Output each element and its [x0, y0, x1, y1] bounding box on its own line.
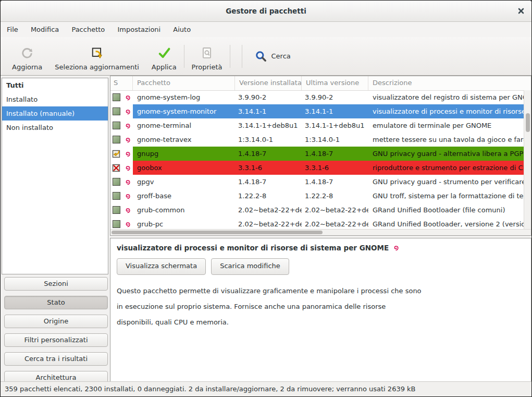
table-row[interactable]: grub-common 2.02~beta2-22+deb8u1 2.02~be… — [110, 203, 524, 217]
mark-upgrades-label: Seleziona aggiornamenti — [55, 63, 139, 71]
details-description: Questo pacchetto permette di visualizzar… — [117, 283, 422, 330]
toolbar-separator — [230, 45, 230, 68]
menu-impostazioni[interactable]: Impostazioni — [112, 22, 166, 37]
toolbar-separator — [242, 45, 242, 68]
sections-button[interactable]: Sezioni — [4, 277, 108, 291]
package-description: visualizzatore del registro di sistema p… — [368, 90, 524, 104]
toolbar-separator — [184, 45, 184, 68]
installed-version: 2.02~beta2-22+deb8u1 — [235, 203, 302, 217]
titlebar[interactable]: Gestore di pacchetti — [1, 1, 531, 22]
status-installed-icon — [113, 122, 120, 129]
synaptic-window: Gestore di pacchetti File Modifica Pacch… — [0, 0, 532, 397]
column-header-description[interactable]: Descrizione — [368, 76, 531, 90]
status-installed-icon — [113, 220, 120, 228]
search-results-button[interactable]: Cerca tra i risultati — [4, 352, 108, 366]
reload-button[interactable]: Aggiorna — [6, 42, 48, 71]
debian-swirl-icon — [392, 244, 400, 252]
installed-version: 3.9.90-2 — [235, 90, 302, 104]
status-button[interactable]: Stato — [4, 296, 108, 309]
search-label: Cerca — [271, 52, 291, 60]
search-icon — [255, 50, 267, 63]
status-reinstall-icon — [112, 150, 120, 158]
package-name: gnome-tetravex — [133, 133, 235, 147]
column-header-installed-version[interactable]: Versione installata — [235, 76, 302, 90]
installed-version: 1.4.18-7 — [235, 175, 302, 189]
custom-filters-button[interactable]: Filtri personalizzati — [4, 333, 108, 347]
table-row[interactable]: gnome-terminal 3.14.1-1+deb8u1 3.14.1-1+… — [110, 118, 524, 133]
table-row[interactable]: grub-pc 2.02~beta2-22+deb8u1 2.02~beta2-… — [110, 217, 524, 229]
package-description: GRand Unified Bootloader (file comuni) — [368, 203, 524, 217]
filter-item-installato[interactable]: Installato — [2, 92, 108, 106]
installed-version: 1.22.2-8 — [235, 189, 302, 203]
installed-version: 3.3.1-6 — [235, 161, 302, 175]
latest-version: 2.02~beta2-22+deb8u1 — [302, 217, 368, 229]
package-name: gnome-system-log — [133, 90, 235, 104]
debian-swirl-icon — [123, 192, 132, 200]
menu-modifica[interactable]: Modifica — [26, 22, 64, 37]
latest-version: 1.4.18-7 — [302, 175, 368, 189]
package-description: GNU troff, sistema per la formattazione … — [368, 189, 524, 203]
latest-version: 1.22.2-8 — [302, 189, 368, 203]
column-header-status[interactable]: S — [110, 76, 133, 90]
latest-version: 3.14.1-1 — [302, 104, 368, 118]
origin-button[interactable]: Origine — [4, 315, 108, 328]
filter-item-installato-manuale[interactable]: Installato (manuale) — [2, 106, 108, 121]
package-description: emulatore di terminale per GNOME — [368, 118, 524, 133]
table-row[interactable]: gnome-tetravex 1:3.14.0-1 1:3.14.0-1 met… — [110, 133, 524, 147]
details-pane: visualizzatore di processi e monitor di … — [110, 238, 531, 382]
package-name: gnome-terminal — [133, 118, 235, 133]
installed-version: 3.14.1-1 — [235, 104, 302, 118]
installed-version: 2.02~beta2-22+deb8u1 — [235, 217, 302, 229]
horizontal-scrollbar-thumb[interactable] — [112, 231, 323, 234]
filter-item-tutti[interactable]: Tutti — [2, 78, 108, 92]
filter-list: Tutti Installato Installato (manuale) No… — [2, 78, 108, 274]
latest-version: 3.3.1-6 — [302, 161, 368, 175]
changelog-button[interactable]: Scarica modifiche — [211, 258, 289, 275]
table-row[interactable]: groff-base 1.22.2-8 1.22.2-8 GNU troff, … — [110, 189, 524, 203]
properties-button[interactable]: Proprietà — [185, 42, 229, 71]
status-remove-icon — [112, 164, 120, 172]
debian-swirl-icon — [123, 164, 132, 172]
vertical-scrollbar-thumb[interactable] — [526, 113, 530, 132]
table-row[interactable]: gnome-system-log 3.9.90-2 3.9.90-2 visua… — [110, 90, 524, 104]
latest-version: 3.9.90-2 — [302, 90, 368, 104]
horizontal-scrollbar[interactable] — [110, 229, 531, 235]
reload-label: Aggiorna — [12, 63, 42, 71]
column-header-package[interactable]: Pacchetto — [133, 76, 235, 90]
details-title: visualizzatore di processi e monitor di … — [117, 244, 389, 252]
menu-pacchetto[interactable]: Pacchetto — [66, 22, 110, 37]
menu-file[interactable]: File — [2, 22, 23, 37]
apply-button[interactable]: Applica — [145, 42, 183, 71]
package-name: grub-common — [133, 203, 235, 217]
table-row-marked-install[interactable]: gnupg 1.4.18-7 1.4.18-7 GNU privacy guar… — [110, 147, 524, 161]
search-button[interactable]: Cerca — [248, 44, 298, 68]
debian-swirl-icon — [123, 107, 132, 116]
package-description: GNU privacy guard - alternativa libera a… — [368, 147, 524, 161]
table-row-marked-remove[interactable]: goobox 3.3.1-6 3.3.1-6 riproduttore e st… — [110, 161, 524, 175]
package-description: GRand Unified Bootloader, versione 2 (ve… — [368, 217, 524, 229]
latest-version: 1.4.18-7 — [302, 147, 368, 161]
close-icon[interactable] — [517, 7, 525, 15]
status-installed-icon — [113, 206, 120, 214]
package-name: gpgv — [133, 175, 235, 189]
package-description: riproduttore e strumento per estrazione … — [368, 161, 524, 175]
column-header-latest-version[interactable]: Ultima versione — [302, 76, 368, 90]
menu-aiuto[interactable]: Aiuto — [168, 22, 196, 37]
package-description: mettere tessere su una tavola da gioco e… — [368, 133, 524, 147]
table-row-selected[interactable]: gnome-system-monitor 3.14.1-1 3.14.1-1 v… — [110, 104, 524, 118]
installed-version: 1:3.14.0-1 — [235, 133, 302, 147]
window-title: Gestore di pacchetti — [1, 1, 531, 21]
status-installed-icon — [113, 107, 120, 115]
latest-version: 2.02~beta2-22+deb8u1 — [302, 203, 368, 217]
filter-item-non-installato[interactable]: Non installato — [2, 121, 108, 135]
mark-upgrades-button[interactable]: Seleziona aggiornamenti — [48, 42, 145, 71]
table-row[interactable]: gpgv 1.4.18-7 1.4.18-7 GNU privacy guard… — [110, 175, 524, 189]
screenshot-button[interactable]: Visualizza schermata — [117, 258, 206, 275]
statusbar-text: 359 pacchetti elencati, 2300 installati,… — [5, 385, 416, 393]
debian-swirl-icon — [123, 93, 132, 102]
package-description: visualizzatore di processi e monitor di … — [368, 104, 524, 118]
status-installed-icon — [113, 178, 120, 186]
package-name: grub-pc — [133, 217, 235, 229]
debian-swirl-icon — [123, 122, 132, 130]
vertical-scrollbar[interactable] — [524, 90, 531, 229]
